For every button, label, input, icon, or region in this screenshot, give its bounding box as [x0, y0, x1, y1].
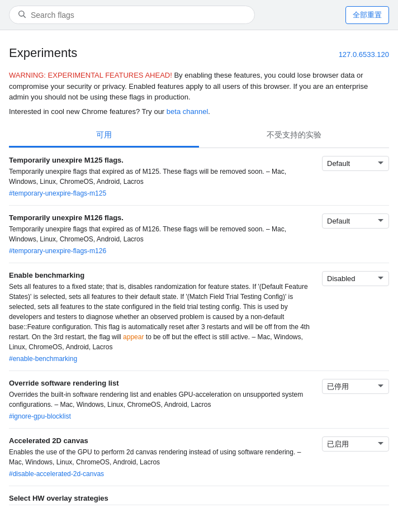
flag-list: Temporarily unexpire M125 flags. Tempora… [9, 148, 389, 505]
flag-desc: Enables the use of the GPU to perform 2d… [9, 447, 315, 467]
svg-line-1 [23, 16, 26, 18]
beta-channel-link[interactable]: beta channel [167, 107, 208, 116]
list-item: Temporarily unexpire M126 flags. Tempora… [9, 206, 389, 263]
flag-control: Default Enabled Disabled [322, 156, 389, 171]
flag-control: Default 已停用 已启用 [322, 436, 389, 452]
list-item: Accelerated 2D canvas Enables the use of… [9, 429, 389, 486]
reset-button[interactable]: 全部重置 [345, 6, 389, 24]
flag-desc: Overrides the built-in software renderin… [9, 390, 315, 410]
flag-control: Default 已停用 已启用 [322, 379, 389, 394]
flag-info: Accelerated 2D canvas Enables the use of… [9, 436, 315, 478]
flag-select[interactable]: Default 已停用 已启用 [322, 436, 389, 452]
warning-bold: WARNING: EXPERIMENTAL FEATURES AHEAD! [9, 71, 172, 79]
flag-control: Default Enabled Disabled [322, 213, 389, 229]
flag-info: Enable benchmarking Sets all features to… [9, 271, 315, 363]
flag-desc: Sets all features to a fixed state; that… [9, 282, 315, 352]
tabs-container: 可用 不受支持的实验 [9, 125, 389, 148]
flag-link[interactable]: #ignore-gpu-blocklist [9, 412, 71, 420]
tab-available[interactable]: 可用 [9, 125, 199, 148]
flag-link[interactable]: #disable-accelerated-2d-canvas [9, 470, 104, 478]
interest-text: Interested in cool new Chrome features? … [9, 107, 389, 116]
search-box[interactable] [9, 6, 255, 24]
flag-name: Temporarily unexpire M125 flags. [9, 156, 315, 164]
search-input[interactable] [31, 11, 247, 20]
list-item: Select HW overlay strategies [9, 486, 389, 505]
list-item: Enable benchmarking Sets all features to… [9, 263, 389, 371]
flag-select[interactable]: Default Enabled Disabled [322, 156, 389, 171]
main-content: Experiments 127.0.6533.120 WARNING: EXPE… [0, 30, 398, 505]
list-item: Temporarily unexpire M125 flags. Tempora… [9, 148, 389, 206]
flag-info: Temporarily unexpire M126 flags. Tempora… [9, 213, 315, 255]
flag-link[interactable]: #temporary-unexpire-flags-m126 [9, 247, 106, 255]
flag-name: Temporarily unexpire M126 flags. [9, 213, 315, 222]
warning-banner: WARNING: EXPERIMENTAL FEATURES AHEAD! By… [9, 70, 389, 103]
flag-select[interactable]: Default Disabled Enabled [322, 271, 389, 286]
desc-text-normal1: Sets all features to a fixed state; that… [9, 283, 310, 341]
flag-name: Enable benchmarking [9, 271, 315, 279]
header: 全部重置 [0, 0, 398, 30]
flag-name: Override software rendering list [9, 379, 315, 387]
flag-info: Select HW overlay strategies [9, 494, 389, 502]
flag-info: Temporarily unexpire M125 flags. Tempora… [9, 156, 315, 197]
tab-unsupported[interactable]: 不受支持的实验 [199, 125, 389, 148]
svg-point-0 [19, 11, 24, 16]
page-title: Experiments [9, 46, 77, 60]
flag-control: Default Disabled Enabled [322, 271, 389, 286]
interest-after: . [208, 107, 210, 116]
flag-select[interactable]: Default 已停用 已启用 [322, 379, 389, 394]
version-label: 127.0.6533.120 [339, 50, 389, 59]
flag-select[interactable]: Default Enabled Disabled [322, 213, 389, 229]
interest-before: Interested in cool new Chrome features? … [9, 107, 167, 116]
flag-desc: Temporarily unexpire flags that expired … [9, 224, 315, 244]
flag-link[interactable]: #enable-benchmarking [9, 355, 77, 363]
flag-name: Select HW overlay strategies [9, 494, 389, 502]
flag-name: Accelerated 2D canvas [9, 436, 315, 445]
search-icon [17, 10, 26, 20]
flag-link[interactable]: #temporary-unexpire-flags-m125 [9, 189, 106, 197]
flag-desc: Temporarily unexpire flags that expired … [9, 167, 315, 187]
list-item: Override software rendering list Overrid… [9, 371, 389, 429]
flag-info: Override software rendering list Overrid… [9, 379, 315, 420]
desc-text-appear: appear [123, 333, 144, 341]
